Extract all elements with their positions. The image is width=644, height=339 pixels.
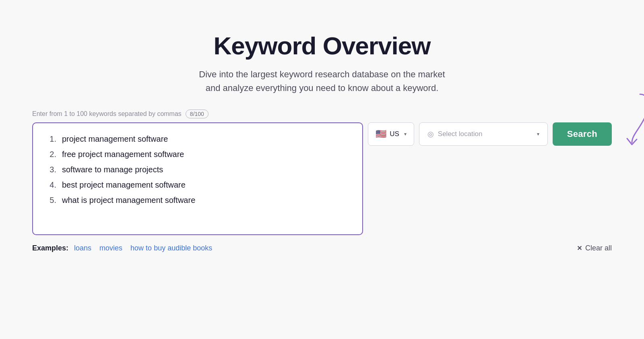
country-label: US <box>390 130 399 138</box>
close-icon: ✕ <box>577 244 582 252</box>
arrow-decoration <box>608 90 644 152</box>
keyword-number: 3. <box>44 163 56 176</box>
page-container: Keyword Overview Dive into the largest k… <box>8 16 636 269</box>
keyword-list-item: 3. software to manage projects <box>44 162 351 177</box>
keyword-number: 4. <box>44 179 56 191</box>
keyword-number: 1. <box>44 133 56 145</box>
location-placeholder: Select location <box>438 130 483 138</box>
controls-right: 🇺🇸 US ▾ ◎ Select location ▾ Search <box>368 122 612 235</box>
hero-section: Keyword Overview Dive into the largest k… <box>32 32 612 95</box>
keyword-text: what is project management software <box>62 194 195 206</box>
keyword-list-item: 1. project management software <box>44 131 351 147</box>
keyword-list: 1. project management software 2. free p… <box>44 131 351 208</box>
keyword-text: free project management software <box>62 148 184 160</box>
keyword-number: 5. <box>44 194 56 206</box>
examples-label: Examples: <box>32 244 68 252</box>
keyword-list-item: 2. free project management software <box>44 147 351 162</box>
location-pin-icon: ◎ <box>427 130 434 138</box>
keyword-list-item: 5. what is project management software <box>44 192 351 208</box>
search-button[interactable]: Search <box>553 122 612 146</box>
page-title: Keyword Overview <box>32 32 612 60</box>
country-select[interactable]: 🇺🇸 US ▾ <box>368 122 414 146</box>
keyword-list-item: 4. best project management software <box>44 177 351 192</box>
example-link-movies[interactable]: movies <box>99 244 122 252</box>
location-chevron-icon: ▾ <box>537 131 539 137</box>
count-badge: 8/100 <box>186 110 208 118</box>
example-link-audible[interactable]: how to buy audible books <box>130 244 212 252</box>
keyword-textarea[interactable]: 1. project management software 2. free p… <box>32 122 363 235</box>
keyword-count-label: Enter from 1 to 100 keywords separated b… <box>32 110 612 118</box>
keyword-text: project management software <box>62 133 168 145</box>
search-controls: 1. project management software 2. free p… <box>32 122 612 235</box>
keyword-text: best project management software <box>62 179 186 191</box>
controls-row: 🇺🇸 US ▾ ◎ Select location ▾ Search <box>368 122 612 146</box>
examples-left: Examples: loans movies how to buy audibl… <box>32 244 215 252</box>
page-subtitle: Dive into the largest keyword research d… <box>181 68 463 95</box>
clear-all-button[interactable]: ✕ Clear all <box>577 244 612 252</box>
search-section: Enter from 1 to 100 keywords separated b… <box>32 110 612 252</box>
us-flag-icon: 🇺🇸 <box>376 129 386 139</box>
location-select[interactable]: ◎ Select location ▾ <box>419 122 548 146</box>
chevron-down-icon: ▾ <box>404 131 407 137</box>
example-link-loans[interactable]: loans <box>74 244 91 252</box>
keyword-text: software to manage projects <box>62 163 163 176</box>
examples-row: Examples: loans movies how to buy audibl… <box>32 244 612 252</box>
keyword-number: 2. <box>44 148 56 160</box>
